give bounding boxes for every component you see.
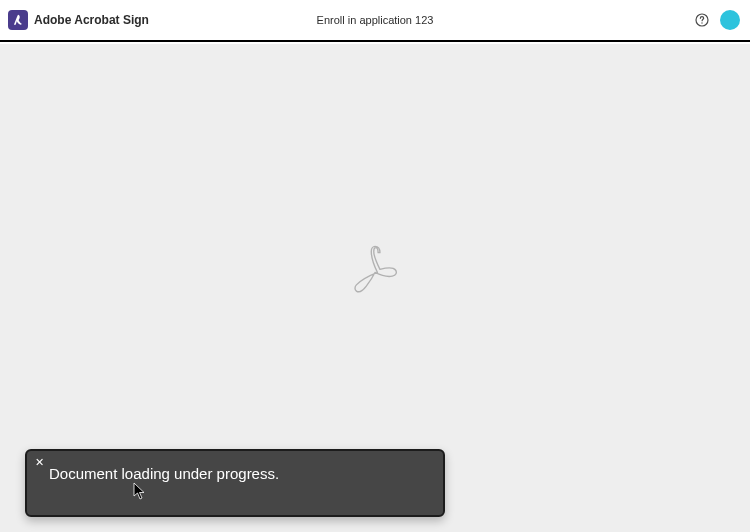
loading-toast: ✕ Document loading under progress. (25, 449, 445, 517)
toast-message: Document loading under progress. (49, 465, 279, 482)
app-logo-icon (8, 10, 28, 30)
close-icon[interactable]: ✕ (35, 457, 44, 468)
acrobat-mark-icon (344, 239, 406, 305)
svg-point-1 (701, 22, 702, 23)
header-left: Adobe Acrobat Sign (0, 10, 149, 30)
document-title: Enroll in application 123 (317, 14, 434, 26)
header-right (694, 10, 740, 30)
header-bar: Adobe Acrobat Sign Enroll in application… (0, 0, 750, 42)
app-name: Adobe Acrobat Sign (34, 13, 149, 27)
avatar[interactable] (720, 10, 740, 30)
main-area: ✕ Document loading under progress. (0, 44, 750, 532)
help-icon[interactable] (694, 12, 710, 28)
